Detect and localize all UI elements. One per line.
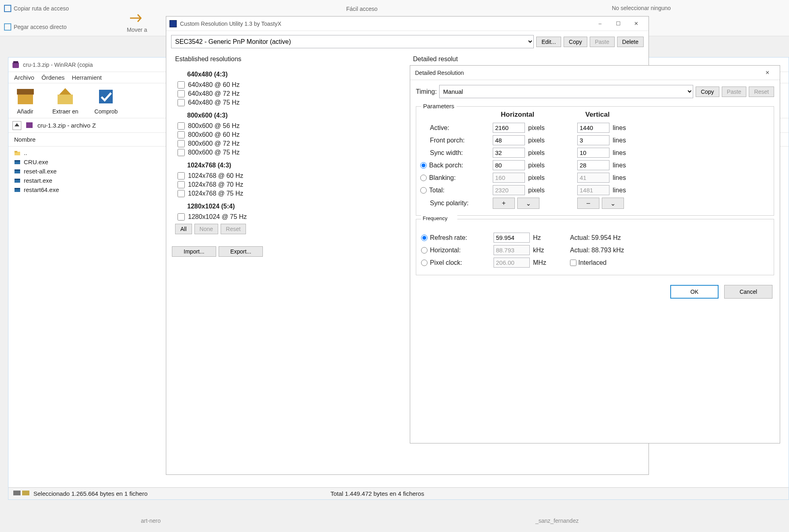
res-label: 1280x1024 @ 75 Hz	[188, 213, 247, 221]
res-label: 640x480 @ 60 Hz	[188, 81, 240, 89]
svg-rect-12	[14, 169, 20, 171]
back-h-input[interactable]	[493, 160, 525, 170]
res-item[interactable]: 1280x1024 @ 75 Hz	[178, 213, 407, 221]
res-item[interactable]: 640x480 @ 60 Hz	[178, 81, 407, 89]
interlaced-checkbox[interactable]	[570, 260, 576, 266]
blank-h-input[interactable]	[493, 173, 525, 183]
active-v-input[interactable]	[577, 123, 609, 133]
sync-h-input[interactable]	[493, 148, 525, 158]
res-checkbox[interactable]	[178, 213, 185, 221]
back-v-input[interactable]	[577, 160, 609, 170]
all-button[interactable]: All	[175, 224, 192, 234]
refresh-input[interactable]	[494, 233, 530, 243]
dlg-reset-button[interactable]: Reset	[749, 87, 774, 97]
menu-archivo[interactable]: Archivo	[14, 74, 34, 81]
detailed-title: Detailed resolut	[407, 52, 645, 65]
res-checkbox[interactable]	[178, 149, 185, 156]
monitor-copy-button[interactable]: Copy	[564, 37, 587, 47]
no-select-label: No seleccionar ninguno	[612, 5, 671, 11]
front-h-input[interactable]	[493, 135, 525, 145]
res-checkbox[interactable]	[178, 81, 185, 89]
v-polarity-sign[interactable]: –	[577, 198, 599, 209]
res-item[interactable]: 1024x768 @ 60 Hz	[178, 172, 407, 179]
res-group-label: 1280x1024 (5:4)	[187, 203, 407, 210]
sync-v-input[interactable]	[577, 148, 609, 158]
monitor-select[interactable]: SEC3542 - Generic PnP Monitor (active)	[171, 35, 534, 48]
blanking-radio[interactable]	[420, 175, 427, 181]
dlg-cancel-button[interactable]: Cancel	[724, 285, 772, 299]
dlg-titlebar[interactable]: Detailed Resolution ✕	[410, 66, 780, 80]
res-item[interactable]: 640x480 @ 72 Hz	[178, 90, 407, 97]
easy-access-label: Fácil acceso	[346, 6, 378, 12]
res-label: 640x480 @ 75 Hz	[188, 99, 240, 106]
tool-anadir[interactable]: Añadir	[14, 87, 36, 115]
res-item[interactable]: 800x600 @ 75 Hz	[178, 149, 407, 156]
res-checkbox[interactable]	[178, 99, 185, 106]
horiz-input[interactable]	[494, 245, 530, 255]
h-polarity-dropdown[interactable]: ⌄	[517, 198, 539, 209]
res-checkbox[interactable]	[178, 90, 185, 97]
h-polarity-sign[interactable]: +	[493, 198, 515, 209]
front-v-input[interactable]	[577, 135, 609, 145]
total-radio[interactable]	[420, 187, 427, 194]
close-button[interactable]: ✕	[627, 18, 645, 30]
folder-up-icon	[14, 150, 21, 156]
tool-comprobar[interactable]: Comprob	[95, 87, 118, 115]
maximize-button[interactable]: ☐	[609, 18, 627, 30]
res-checkbox[interactable]	[178, 122, 185, 130]
res-checkbox[interactable]	[178, 181, 185, 188]
res-checkbox[interactable]	[178, 140, 185, 147]
res-item[interactable]: 1024x768 @ 70 Hz	[178, 181, 407, 188]
reset-button[interactable]: Reset	[221, 224, 246, 234]
copy-path-icon	[4, 5, 11, 12]
menu-herramientas[interactable]: Herramient	[72, 74, 102, 81]
ribbon-copy-path[interactable]: Copiar ruta de acceso	[4, 5, 69, 12]
horiz-radio[interactable]	[421, 247, 428, 254]
import-button[interactable]: Import...	[172, 246, 216, 257]
dlg-paste-button[interactable]: Paste	[722, 87, 747, 97]
active-h-input[interactable]	[493, 123, 525, 133]
ribbon-no-select[interactable]: No seleccionar ninguno	[612, 5, 671, 11]
dlg-ok-button[interactable]: OK	[670, 285, 719, 299]
res-checkbox[interactable]	[178, 190, 185, 197]
nav-up-icon[interactable]	[12, 121, 21, 130]
tool-extraer-label: Extraer en	[52, 108, 78, 115]
res-checkbox[interactable]	[178, 172, 185, 179]
cru-titlebar[interactable]: Custom Resolution Utility 1.3 by ToastyX…	[166, 16, 649, 31]
ribbon-move-to[interactable]: Mover a	[127, 12, 147, 33]
monitor-delete-button[interactable]: Delete	[617, 37, 644, 47]
res-item[interactable]: 800x600 @ 72 Hz	[178, 140, 407, 147]
res-item[interactable]: 800x600 @ 60 Hz	[178, 131, 407, 138]
menu-ordenes[interactable]: Órdenes	[41, 74, 65, 81]
paste-direct-icon	[4, 23, 11, 31]
monitor-edit-button[interactable]: Edit...	[536, 37, 561, 47]
back-radio[interactable]	[420, 162, 427, 169]
res-item[interactable]: 640x480 @ 75 Hz	[178, 99, 407, 106]
export-button[interactable]: Export...	[219, 246, 263, 257]
tool-extraer[interactable]: Extraer en	[52, 87, 78, 115]
path-archive-icon	[25, 121, 33, 130]
total-v-input[interactable]	[577, 185, 609, 195]
svg-rect-8	[14, 151, 17, 153]
ribbon-paste-direct[interactable]: Pegar acceso directo	[4, 23, 67, 31]
res-item[interactable]: 1024x768 @ 75 Hz	[178, 190, 407, 197]
v-polarity-dropdown[interactable]: ⌄	[602, 198, 624, 209]
none-button[interactable]: None	[194, 224, 218, 234]
res-label: 800x600 @ 56 Hz	[188, 122, 240, 130]
res-item[interactable]: 800x600 @ 56 Hz	[178, 122, 407, 130]
parameters-legend: Parameters	[421, 103, 456, 109]
timing-select[interactable]: Manual	[439, 85, 693, 98]
exe-icon	[14, 187, 21, 193]
total-h-input[interactable]	[493, 185, 525, 195]
minimize-button[interactable]: –	[591, 18, 609, 30]
blank-v-input[interactable]	[577, 173, 609, 183]
pclk-radio[interactable]	[421, 260, 428, 266]
pclk-input[interactable]	[494, 258, 530, 268]
pclk-label: Pixel clock:	[430, 259, 462, 266]
res-checkbox[interactable]	[178, 131, 185, 138]
monitor-paste-button[interactable]: Paste	[590, 37, 615, 47]
dlg-close-button[interactable]: ✕	[758, 67, 777, 79]
ribbon-easy-access[interactable]: Fácil acceso	[346, 6, 378, 12]
dlg-copy-button[interactable]: Copy	[696, 87, 719, 97]
refresh-radio[interactable]	[421, 235, 428, 241]
